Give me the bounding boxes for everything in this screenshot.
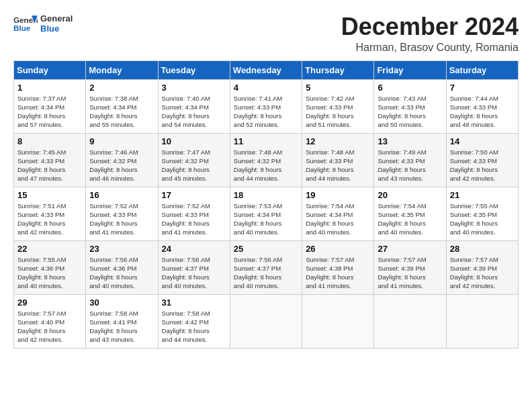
logo-general: General bbox=[40, 13, 73, 24]
col-tuesday: Tuesday bbox=[158, 60, 230, 79]
table-row: 10 Sunrise: 7:47 AMSunset: 4:32 PMDaylig… bbox=[158, 133, 230, 187]
calendar-table: Sunday Monday Tuesday Wednesday Thursday… bbox=[13, 60, 519, 349]
table-row: 4 Sunrise: 7:41 AMSunset: 4:33 PMDayligh… bbox=[230, 79, 302, 133]
table-row: 2 Sunrise: 7:38 AMSunset: 4:34 PMDayligh… bbox=[86, 79, 158, 133]
table-row bbox=[446, 294, 518, 348]
table-row: 27 Sunrise: 7:57 AMSunset: 4:39 PMDaylig… bbox=[374, 240, 446, 294]
col-sunday: Sunday bbox=[14, 60, 86, 79]
table-row: 20 Sunrise: 7:54 AMSunset: 4:35 PMDaylig… bbox=[374, 187, 446, 240]
table-row: 18 Sunrise: 7:53 AMSunset: 4:34 PMDaylig… bbox=[230, 187, 302, 240]
table-row bbox=[230, 294, 302, 348]
location-title: Harman, Brasov County, Romania bbox=[341, 42, 519, 54]
table-row bbox=[374, 294, 446, 348]
calendar-week-1: 1 Sunrise: 7:37 AMSunset: 4:34 PMDayligh… bbox=[14, 79, 519, 133]
table-row: 8 Sunrise: 7:45 AMSunset: 4:33 PMDayligh… bbox=[14, 133, 86, 187]
table-row: 22 Sunrise: 7:55 AMSunset: 4:36 PMDaylig… bbox=[14, 240, 86, 294]
table-row: 28 Sunrise: 7:57 AMSunset: 4:39 PMDaylig… bbox=[446, 240, 518, 294]
logo-blue: Blue bbox=[40, 24, 73, 34]
page-header: General Blue General Blue December 2024 … bbox=[13, 13, 519, 54]
table-row: 17 Sunrise: 7:52 AMSunset: 4:33 PMDaylig… bbox=[158, 187, 230, 240]
table-row: 9 Sunrise: 7:46 AMSunset: 4:32 PMDayligh… bbox=[86, 133, 158, 187]
col-saturday: Saturday bbox=[446, 60, 518, 79]
calendar-week-4: 22 Sunrise: 7:55 AMSunset: 4:36 PMDaylig… bbox=[14, 240, 519, 294]
table-row: 14 Sunrise: 7:50 AMSunset: 4:33 PMDaylig… bbox=[446, 133, 518, 187]
table-row: 6 Sunrise: 7:43 AMSunset: 4:33 PMDayligh… bbox=[374, 79, 446, 133]
table-row: 15 Sunrise: 7:51 AMSunset: 4:33 PMDaylig… bbox=[14, 187, 86, 240]
table-row: 26 Sunrise: 7:57 AMSunset: 4:38 PMDaylig… bbox=[302, 240, 374, 294]
col-wednesday: Wednesday bbox=[230, 60, 302, 79]
table-row: 25 Sunrise: 7:56 AMSunset: 4:37 PMDaylig… bbox=[230, 240, 302, 294]
table-row: 12 Sunrise: 7:48 AMSunset: 4:33 PMDaylig… bbox=[302, 133, 374, 187]
logo-icon: General Blue bbox=[13, 14, 38, 33]
table-row: 7 Sunrise: 7:44 AMSunset: 4:33 PMDayligh… bbox=[446, 79, 518, 133]
table-row: 29 Sunrise: 7:57 AMSunset: 4:40 PMDaylig… bbox=[14, 294, 86, 348]
table-row: 23 Sunrise: 7:56 AMSunset: 4:36 PMDaylig… bbox=[86, 240, 158, 294]
logo: General Blue General Blue bbox=[13, 13, 73, 34]
calendar-week-5: 29 Sunrise: 7:57 AMSunset: 4:40 PMDaylig… bbox=[14, 294, 519, 348]
table-row: 21 Sunrise: 7:55 AMSunset: 4:35 PMDaylig… bbox=[446, 187, 518, 240]
col-monday: Monday bbox=[86, 60, 158, 79]
table-row: 24 Sunrise: 7:56 AMSunset: 4:37 PMDaylig… bbox=[158, 240, 230, 294]
calendar-header-row: Sunday Monday Tuesday Wednesday Thursday… bbox=[14, 60, 519, 79]
table-row: 3 Sunrise: 7:40 AMSunset: 4:34 PMDayligh… bbox=[158, 79, 230, 133]
table-row bbox=[302, 294, 374, 348]
month-title: December 2024 bbox=[341, 13, 519, 40]
calendar-week-3: 15 Sunrise: 7:51 AMSunset: 4:33 PMDaylig… bbox=[14, 187, 519, 240]
calendar-week-2: 8 Sunrise: 7:45 AMSunset: 4:33 PMDayligh… bbox=[14, 133, 519, 187]
table-row: 1 Sunrise: 7:37 AMSunset: 4:34 PMDayligh… bbox=[14, 79, 86, 133]
table-row: 5 Sunrise: 7:42 AMSunset: 4:33 PMDayligh… bbox=[302, 79, 374, 133]
svg-text:Blue: Blue bbox=[13, 24, 31, 32]
table-row: 30 Sunrise: 7:58 AMSunset: 4:41 PMDaylig… bbox=[86, 294, 158, 348]
table-row: 31 Sunrise: 7:58 AMSunset: 4:42 PMDaylig… bbox=[158, 294, 230, 348]
col-thursday: Thursday bbox=[302, 60, 374, 79]
table-row: 11 Sunrise: 7:48 AMSunset: 4:32 PMDaylig… bbox=[230, 133, 302, 187]
title-block: December 2024 Harman, Brasov County, Rom… bbox=[341, 13, 519, 54]
table-row: 19 Sunrise: 7:54 AMSunset: 4:34 PMDaylig… bbox=[302, 187, 374, 240]
table-row: 13 Sunrise: 7:49 AMSunset: 4:33 PMDaylig… bbox=[374, 133, 446, 187]
table-row: 16 Sunrise: 7:52 AMSunset: 4:33 PMDaylig… bbox=[86, 187, 158, 240]
col-friday: Friday bbox=[374, 60, 446, 79]
